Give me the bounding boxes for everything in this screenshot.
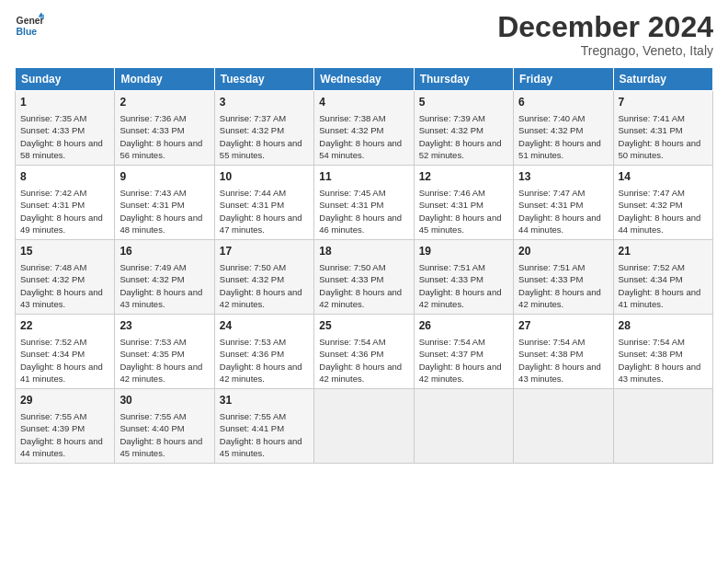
day-number: 6 <box>518 95 608 110</box>
day-cell: 3Sunrise: 7:37 AMSunset: 4:32 PMDaylight… <box>214 91 313 166</box>
daylight-text: Daylight: 8 hours and 55 minutes. <box>220 138 302 160</box>
day-cell: 27Sunrise: 7:54 AMSunset: 4:38 PMDayligh… <box>514 315 613 389</box>
sunrise-text: Sunrise: 7:43 AM <box>119 188 186 198</box>
sunrise-text: Sunrise: 7:46 AM <box>419 188 485 198</box>
daylight-text: Daylight: 8 hours and 43 minutes. <box>119 287 202 309</box>
sunset-text: Sunset: 4:34 PM <box>20 349 85 359</box>
day-number: 17 <box>220 244 309 259</box>
sunset-text: Sunset: 4:32 PM <box>319 125 383 135</box>
sunset-text: Sunset: 4:31 PM <box>518 200 583 210</box>
day-number: 9 <box>119 169 209 185</box>
sunset-text: Sunset: 4:31 PM <box>419 200 483 210</box>
day-cell: 5Sunrise: 7:39 AMSunset: 4:32 PMDaylight… <box>414 91 513 166</box>
sunrise-text: Sunrise: 7:35 AM <box>20 113 86 123</box>
daylight-text: Daylight: 8 hours and 41 minutes. <box>619 287 701 309</box>
day-number: 13 <box>518 169 608 185</box>
daylight-text: Daylight: 8 hours and 52 minutes. <box>419 138 502 160</box>
sunset-text: Sunset: 4:38 PM <box>619 349 683 359</box>
sunrise-text: Sunrise: 7:39 AM <box>419 113 485 123</box>
day-cell: 28Sunrise: 7:54 AMSunset: 4:38 PMDayligh… <box>613 315 712 389</box>
week-row-3: 15Sunrise: 7:48 AMSunset: 4:32 PMDayligh… <box>16 240 713 315</box>
sunrise-text: Sunrise: 7:41 AM <box>619 113 685 123</box>
sunrise-text: Sunrise: 7:38 AM <box>319 113 385 123</box>
day-cell: 16Sunrise: 7:49 AMSunset: 4:32 PMDayligh… <box>115 240 214 315</box>
calendar-table: SundayMondayTuesdayWednesdayThursdayFrid… <box>15 67 713 464</box>
day-cell: 23Sunrise: 7:53 AMSunset: 4:35 PMDayligh… <box>115 315 214 389</box>
day-number: 23 <box>119 318 209 334</box>
sunrise-text: Sunrise: 7:47 AM <box>619 188 685 198</box>
sunrise-text: Sunrise: 7:36 AM <box>119 113 186 123</box>
daylight-text: Daylight: 8 hours and 44 minutes. <box>518 213 601 235</box>
day-number: 15 <box>20 244 109 259</box>
daylight-text: Daylight: 8 hours and 47 minutes. <box>220 213 302 235</box>
sunset-text: Sunset: 4:33 PM <box>119 125 184 135</box>
day-number: 25 <box>319 318 408 334</box>
daylight-text: Daylight: 8 hours and 41 minutes. <box>20 362 103 384</box>
day-cell: 30Sunrise: 7:55 AMSunset: 4:40 PMDayligh… <box>115 389 214 464</box>
sunset-text: Sunset: 4:41 PM <box>220 423 284 433</box>
day-number: 22 <box>20 318 109 334</box>
sunset-text: Sunset: 4:33 PM <box>20 125 85 135</box>
daylight-text: Daylight: 8 hours and 42 minutes. <box>419 287 502 309</box>
sunrise-text: Sunrise: 7:48 AM <box>20 262 86 272</box>
day-number: 7 <box>619 95 708 110</box>
sunrise-text: Sunrise: 7:52 AM <box>20 337 86 347</box>
header-cell-saturday: Saturday <box>613 68 712 91</box>
header-cell-tuesday: Tuesday <box>214 68 313 91</box>
sunrise-text: Sunrise: 7:54 AM <box>419 337 485 347</box>
sunset-text: Sunset: 4:39 PM <box>20 423 85 433</box>
day-cell: 14Sunrise: 7:47 AMSunset: 4:32 PMDayligh… <box>613 166 712 240</box>
sunset-text: Sunset: 4:36 PM <box>319 349 383 359</box>
day-cell: 1Sunrise: 7:35 AMSunset: 4:33 PMDaylight… <box>16 91 115 166</box>
day-cell: 13Sunrise: 7:47 AMSunset: 4:31 PMDayligh… <box>514 166 613 240</box>
day-number: 28 <box>619 318 708 334</box>
month-title: December 2024 <box>497 11 713 43</box>
daylight-text: Daylight: 8 hours and 50 minutes. <box>619 138 701 160</box>
sunset-text: Sunset: 4:31 PM <box>119 200 184 210</box>
daylight-text: Daylight: 8 hours and 48 minutes. <box>119 213 202 235</box>
location-subtitle: Tregnago, Veneto, Italy <box>497 43 713 58</box>
sunrise-text: Sunrise: 7:55 AM <box>20 411 86 421</box>
sunrise-text: Sunrise: 7:51 AM <box>419 262 485 272</box>
daylight-text: Daylight: 8 hours and 45 minutes. <box>419 213 502 235</box>
day-number: 2 <box>119 95 209 110</box>
day-cell: 31Sunrise: 7:55 AMSunset: 4:41 PMDayligh… <box>214 389 313 464</box>
day-cell: 4Sunrise: 7:38 AMSunset: 4:32 PMDaylight… <box>314 91 414 166</box>
day-cell: 2Sunrise: 7:36 AMSunset: 4:33 PMDaylight… <box>115 91 214 166</box>
header-cell-sunday: Sunday <box>16 68 115 91</box>
day-number: 4 <box>319 95 408 110</box>
day-cell <box>314 389 414 464</box>
day-cell: 20Sunrise: 7:51 AMSunset: 4:33 PMDayligh… <box>514 240 613 315</box>
sunset-text: Sunset: 4:32 PM <box>220 274 284 284</box>
day-number: 31 <box>220 393 309 408</box>
day-cell <box>613 389 712 464</box>
sunrise-text: Sunrise: 7:49 AM <box>119 262 186 272</box>
sunset-text: Sunset: 4:36 PM <box>220 349 284 359</box>
header-cell-monday: Monday <box>115 68 214 91</box>
sunset-text: Sunset: 4:32 PM <box>619 200 683 210</box>
sunrise-text: Sunrise: 7:54 AM <box>518 337 585 347</box>
daylight-text: Daylight: 8 hours and 46 minutes. <box>319 213 402 235</box>
day-number: 29 <box>20 393 109 408</box>
sunset-text: Sunset: 4:31 PM <box>220 200 284 210</box>
title-block: December 2024 Tregnago, Veneto, Italy <box>497 11 713 58</box>
day-cell: 6Sunrise: 7:40 AMSunset: 4:32 PMDaylight… <box>514 91 613 166</box>
day-cell: 29Sunrise: 7:55 AMSunset: 4:39 PMDayligh… <box>16 389 115 464</box>
svg-text:Blue: Blue <box>17 27 38 37</box>
day-cell <box>514 389 613 464</box>
day-cell: 18Sunrise: 7:50 AMSunset: 4:33 PMDayligh… <box>314 240 414 315</box>
day-cell: 17Sunrise: 7:50 AMSunset: 4:32 PMDayligh… <box>214 240 313 315</box>
day-number: 14 <box>619 169 708 185</box>
week-row-4: 22Sunrise: 7:52 AMSunset: 4:34 PMDayligh… <box>16 315 713 389</box>
logo: General Blue General Blue <box>15 11 44 40</box>
sunset-text: Sunset: 4:31 PM <box>20 200 85 210</box>
daylight-text: Daylight: 8 hours and 42 minutes. <box>220 287 302 309</box>
daylight-text: Daylight: 8 hours and 42 minutes. <box>419 362 502 384</box>
sunset-text: Sunset: 4:32 PM <box>518 125 583 135</box>
daylight-text: Daylight: 8 hours and 42 minutes. <box>220 362 302 384</box>
sunset-text: Sunset: 4:31 PM <box>319 200 383 210</box>
day-cell: 26Sunrise: 7:54 AMSunset: 4:37 PMDayligh… <box>414 315 513 389</box>
daylight-text: Daylight: 8 hours and 42 minutes. <box>319 362 402 384</box>
day-number: 21 <box>619 244 708 259</box>
sunrise-text: Sunrise: 7:55 AM <box>119 411 186 421</box>
